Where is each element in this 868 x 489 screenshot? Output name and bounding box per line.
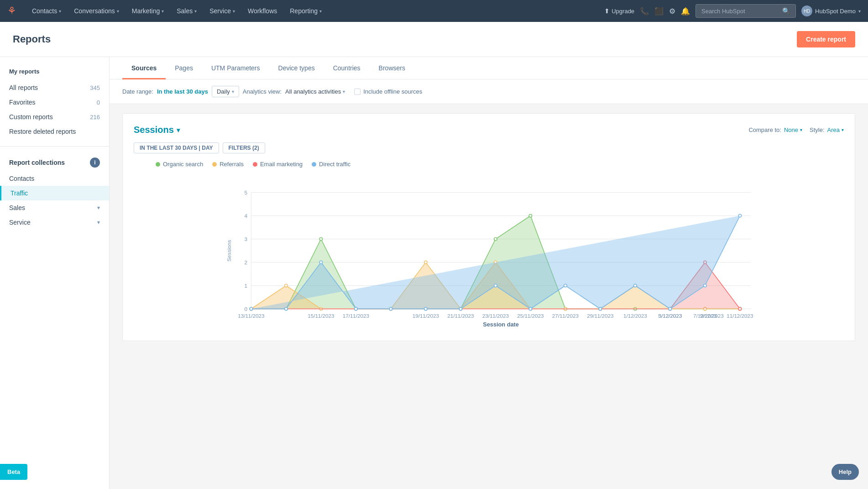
sidebar-item-traffic[interactable]: Traffic (0, 186, 109, 200)
chart-svg-wrapper: Sessions 5 4 3 2 1 0 (134, 173, 844, 330)
user-menu[interactable]: HD HubSpot Demo ▾ (801, 5, 861, 16)
dot-direct (285, 307, 288, 310)
x-label: 15/11/2023 (308, 313, 334, 319)
date-range-value[interactable]: In the last 30 days (157, 88, 208, 95)
nav-contacts[interactable]: Contacts ▾ (26, 0, 68, 22)
upgrade-button[interactable]: ⬆ Upgrade (604, 7, 634, 15)
date-filter-badge[interactable]: IN THE LAST 30 DAYS | DAY (134, 142, 219, 153)
sidebar-item-all-reports[interactable]: All reports 345 (0, 80, 109, 95)
y-tick-3: 3 (244, 236, 247, 242)
dot-direct (599, 307, 601, 310)
chevron-down-icon: ▾ (117, 9, 119, 14)
x-label: 21/11/2023 (447, 313, 474, 319)
nav-sales[interactable]: Sales ▾ (170, 0, 203, 22)
dot-direct (529, 307, 532, 310)
dot-direct (355, 307, 357, 310)
offline-label: Include offline sources (363, 88, 422, 95)
x-label: 13/11/2023 (238, 313, 264, 319)
help-button[interactable]: Help (831, 464, 859, 480)
offline-checkbox[interactable] (354, 89, 361, 95)
chevron-down-icon: ▾ (233, 9, 235, 14)
dot-email (738, 307, 741, 310)
nav-workflows[interactable]: Workflows (241, 0, 283, 22)
tab-sources[interactable]: Sources (122, 57, 166, 79)
tab-device-types[interactable]: Device types (269, 57, 324, 79)
chevron-down-icon: ▾ (232, 89, 234, 94)
chevron-down-icon: ▾ (319, 9, 322, 14)
dot-direct (459, 307, 462, 310)
search-icon: 🔍 (782, 7, 790, 15)
dot-direct (319, 261, 322, 263)
nav-right: ⬆ Upgrade 📞 ⬛ ⚙ 🔔 🔍 HD HubSpot Demo ▾ (604, 4, 861, 18)
notifications-icon[interactable]: 🔔 (681, 7, 690, 16)
chevron-down-icon: ▾ (842, 127, 844, 132)
dot-organic (529, 214, 532, 217)
hubspot-logo[interactable]: ⚘ (7, 5, 16, 17)
content-area: Sources Pages UTM Parameters Device type… (110, 57, 868, 489)
dot-referrals (424, 261, 427, 263)
dot-direct (669, 307, 671, 310)
sidebar-item-custom-reports[interactable]: Custom reports 216 (0, 110, 109, 124)
chevron-down-icon: ▾ (194, 9, 197, 14)
x-label: 25/11/2023 (517, 313, 544, 319)
dot-direct (424, 307, 427, 310)
dot-direct (564, 284, 567, 287)
chevron-down-icon: ▾ (800, 127, 802, 132)
tab-pages[interactable]: Pages (166, 57, 202, 79)
create-report-button[interactable]: Create report (797, 31, 855, 47)
legend-email-marketing: Email marketing (253, 161, 303, 168)
tab-browsers[interactable]: Browsers (370, 57, 414, 79)
y-axis-label: Sessions (226, 240, 232, 262)
y-tick-5: 5 (244, 189, 247, 195)
sidebar-item-sales[interactable]: Sales ▾ (0, 200, 109, 215)
phone-icon[interactable]: 📞 (640, 7, 649, 16)
y-tick-1: 1 (244, 283, 247, 289)
settings-icon[interactable]: ⚙ (669, 7, 675, 16)
filters-badge[interactable]: FILTERS (2) (223, 142, 265, 153)
sidebar-item-favorites[interactable]: Favorites 0 (0, 95, 109, 110)
sidebar-divider (0, 146, 109, 147)
dot-direct (704, 284, 706, 287)
apps-icon[interactable]: ⬛ (654, 7, 664, 16)
style-dropdown[interactable]: Area ▾ (827, 126, 844, 133)
frequency-dropdown[interactable]: Daily ▾ (212, 86, 239, 97)
y-tick-2: 2 (244, 259, 247, 265)
chart-legend: Organic search Referrals Email marketing… (134, 161, 844, 168)
search-input[interactable] (701, 8, 779, 15)
analytics-dropdown[interactable]: All analytics activities ▾ (285, 88, 345, 95)
chevron-down-icon: ▾ (97, 205, 100, 211)
y-tick-0: 0 (244, 306, 247, 312)
compare-dropdown[interactable]: None ▾ (784, 126, 802, 133)
sidebar-item-contacts[interactable]: Contacts (0, 171, 109, 186)
tab-utm-parameters[interactable]: UTM Parameters (202, 57, 269, 79)
nav-conversations[interactable]: Conversations ▾ (68, 0, 125, 22)
x-label: 29/11/2023 (587, 313, 613, 319)
legend-organic-search: Organic search (156, 161, 203, 168)
nav-marketing[interactable]: Marketing ▾ (125, 0, 170, 22)
beta-button[interactable]: Beta (0, 464, 27, 480)
sidebar-item-service[interactable]: Service ▾ (0, 215, 109, 230)
referrals-dot (212, 162, 217, 167)
filters-row: Date range: In the last 30 days Daily ▾ … (110, 79, 868, 104)
chart-controls: Compare to: None ▾ Style: Area ▾ (748, 126, 844, 133)
my-reports-title: My reports (0, 68, 109, 80)
nav-service[interactable]: Service ▾ (203, 0, 241, 22)
email-marketing-dot (253, 162, 257, 167)
report-collections-header[interactable]: Report collections i (0, 154, 109, 171)
dot-direct (494, 284, 497, 287)
top-navigation: ⚘ Contacts ▾ Conversations ▾ Marketing ▾… (0, 0, 868, 22)
search-box[interactable]: 🔍 (695, 4, 796, 18)
sidebar-item-restore[interactable]: Restore deleted reports (0, 124, 109, 139)
chevron-down-icon: ▾ (162, 9, 164, 14)
chevron-down-icon: ▾ (858, 9, 861, 14)
dot-direct (250, 307, 252, 310)
main-layout: My reports All reports 345 Favorites 0 C… (0, 57, 868, 489)
date-range-label: Date range: (122, 88, 153, 95)
y-tick-4: 4 (244, 213, 247, 219)
compare-control: Compare to: None ▾ (748, 126, 802, 133)
x-label: 17/11/2023 (343, 313, 369, 319)
nav-reporting[interactable]: Reporting ▾ (283, 0, 328, 22)
x-label: 9/12/2023 (700, 313, 724, 319)
tab-countries[interactable]: Countries (324, 57, 370, 79)
sessions-title[interactable]: Sessions ▾ (134, 125, 180, 135)
